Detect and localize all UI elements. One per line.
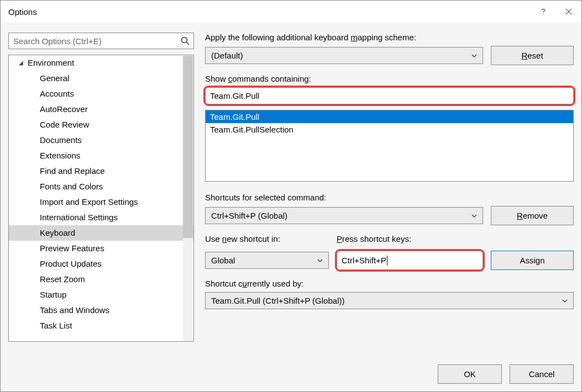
tree-item-task-list[interactable]: Task List — [9, 318, 193, 333]
tree-item-preview-features[interactable]: Preview Features — [9, 241, 193, 256]
tree-item-documents[interactable]: Documents — [9, 133, 193, 148]
tree-item-general[interactable]: General — [9, 71, 193, 86]
currently-used-label: Shortcut currently used by: — [205, 279, 574, 288]
mapping-scheme-combo[interactable]: (Default) — [205, 47, 483, 64]
tree-item-extensions[interactable]: Extensions — [9, 148, 193, 163]
assign-button[interactable]: Assign — [491, 251, 574, 270]
tree-item-keyboard[interactable]: Keyboard — [9, 225, 193, 241]
tree-item-startup[interactable]: Startup — [9, 287, 193, 303]
titlebar: Options — [1, 1, 581, 23]
tree-item-autorecover[interactable]: AutoRecover — [9, 102, 193, 117]
search-options-wrap[interactable] — [8, 33, 194, 49]
tree-item-accounts[interactable]: Accounts — [9, 86, 193, 102]
tree-item-reset-zoom[interactable]: Reset Zoom — [9, 272, 193, 287]
tree-root-environment[interactable]: Environment — [9, 55, 193, 71]
commands-listbox[interactable]: Team.Git.PullTeam.Git.PullSelection — [205, 110, 574, 182]
use-shortcut-in-value: Global — [211, 256, 235, 265]
command-filter-value: Team.Git.Pull — [210, 91, 259, 100]
chevron-down-icon — [561, 297, 569, 306]
command-item[interactable]: Team.Git.Pull — [206, 110, 573, 123]
use-shortcut-in-label: Use new shortcut in: — [205, 234, 329, 243]
window-controls — [531, 1, 581, 23]
keyboard-panel: Apply the following additional keyboard … — [205, 33, 574, 309]
search-icon — [180, 36, 190, 47]
press-shortcut-value: Ctrl+Shift+P — [342, 256, 386, 265]
svg-point-0 — [543, 14, 543, 14]
cancel-button[interactable]: Cancel — [510, 364, 574, 384]
press-shortcut-label: Press shortcut keys: — [337, 234, 483, 243]
remove-button[interactable]: Remove — [491, 206, 574, 225]
svg-point-3 — [182, 38, 187, 43]
help-icon — [539, 8, 547, 15]
command-filter-input[interactable]: Team.Git.Pull — [205, 87, 574, 104]
show-commands-label: Show commands containing: — [205, 74, 574, 83]
dialog-footer: OK Cancel — [438, 364, 574, 384]
tree-item-product-updates[interactable]: Product Updates — [9, 256, 193, 272]
press-shortcut-input[interactable]: Ctrl+Shift+P — [337, 251, 483, 270]
options-dialog: Options — [0, 0, 582, 392]
ok-button[interactable]: OK — [438, 364, 502, 384]
chevron-down-icon — [316, 257, 324, 266]
svg-line-4 — [187, 43, 190, 45]
dialog-title: Options — [8, 7, 37, 17]
search-options-input[interactable] — [9, 33, 193, 49]
tree-item-import-and-export-settings[interactable]: Import and Export Settings — [9, 194, 193, 210]
options-tree[interactable]: EnvironmentGeneralAccountsAutoRecoverCod… — [8, 55, 194, 342]
mapping-scheme-label: Apply the following additional keyboard … — [205, 33, 574, 42]
help-button[interactable] — [531, 1, 556, 23]
mapping-scheme-value: (Default) — [211, 51, 243, 60]
reset-button[interactable]: Reset — [491, 46, 574, 65]
shortcuts-label: Shortcuts for selected command: — [205, 193, 574, 202]
left-column: EnvironmentGeneralAccountsAutoRecoverCod… — [8, 33, 194, 342]
use-shortcut-in-combo[interactable]: Global — [205, 252, 329, 269]
text-caret — [387, 256, 387, 266]
tree-item-code-review[interactable]: Code Review — [9, 117, 193, 133]
close-icon — [565, 8, 573, 15]
dialog-content: EnvironmentGeneralAccountsAutoRecoverCod… — [1, 23, 581, 391]
chevron-down-icon — [470, 52, 478, 61]
close-button[interactable] — [556, 1, 581, 23]
tree-item-international-settings[interactable]: International Settings — [9, 210, 193, 225]
currently-used-combo[interactable]: Team.Git.Pull (Ctrl+Shift+P (Global)) — [205, 292, 574, 309]
shortcuts-combo[interactable]: Ctrl+Shift+P (Global) — [205, 207, 483, 224]
currently-used-value: Team.Git.Pull (Ctrl+Shift+P (Global)) — [211, 296, 344, 305]
tree-item-find-and-replace[interactable]: Find and Replace — [9, 163, 193, 179]
command-item[interactable]: Team.Git.PullSelection — [206, 123, 573, 136]
tree-item-fonts-and-colors[interactable]: Fonts and Colors — [9, 179, 193, 194]
chevron-down-icon — [470, 212, 478, 221]
tree-scrollbar[interactable] — [183, 56, 193, 342]
shortcuts-value: Ctrl+Shift+P (Global) — [211, 211, 287, 220]
tree-scroll-thumb[interactable] — [183, 56, 193, 238]
tree-item-tabs-and-windows[interactable]: Tabs and Windows — [9, 303, 193, 318]
